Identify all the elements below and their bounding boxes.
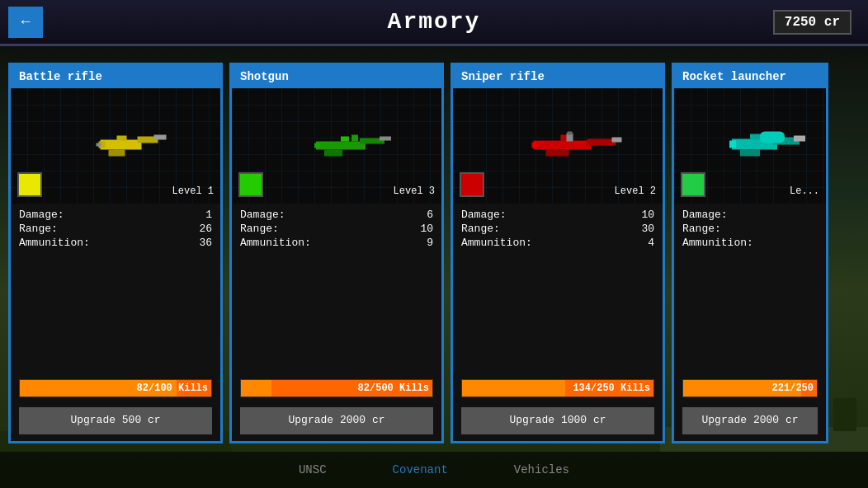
range-value-sniper: 30 <box>641 223 654 235</box>
kills-fill-sniper <box>462 380 565 396</box>
ammo-label-shotgun: Ammunition: <box>240 237 311 249</box>
bottom-nav: UNSC Covenant Vehicles <box>0 452 868 488</box>
damage-row-battle-rifle: Damage: 1 <box>19 209 212 221</box>
damage-label-rocket: Damage: <box>682 209 728 221</box>
upgrade-button-battle-rifle[interactable]: Upgrade 500 cr <box>19 407 212 434</box>
svg-rect-19 <box>97 143 101 147</box>
weapon-level-shotgun: Level 3 <box>394 185 435 197</box>
ammo-value-shotgun: 9 <box>427 237 433 249</box>
weapon-img-battle-rifle <box>92 124 171 165</box>
weapon-card-rocket: Rocket launcher Le... Damage: Ran <box>672 63 828 443</box>
kills-bar-shotgun: 82/500 Kills <box>240 379 433 397</box>
weapon-name-shotgun: Shotgun <box>232 65 441 88</box>
weapon-img-rocket <box>725 124 808 165</box>
svg-rect-32 <box>532 143 539 148</box>
upgrade-button-shotgun[interactable]: Upgrade 2000 cr <box>240 407 433 434</box>
kills-bar-sniper: 134/250 Kills <box>461 379 654 397</box>
svg-rect-24 <box>324 150 342 157</box>
weapon-name-sniper: Sniper rifle <box>453 65 663 88</box>
svg-rect-25 <box>314 143 320 148</box>
ammo-label-sniper: Ammunition: <box>461 237 532 249</box>
kills-text-rocket: 221/250 <box>772 382 814 394</box>
weapon-stats-shotgun: Damage: 6 Range: 10 Ammunition: 9 <box>232 204 441 374</box>
svg-rect-39 <box>740 150 760 157</box>
ammo-value-sniper: 4 <box>648 237 654 249</box>
back-button[interactable]: ← <box>8 7 43 38</box>
page-title: Armory <box>388 9 481 35</box>
weapon-level-sniper: Level 2 <box>615 185 656 197</box>
ammo-label-rocket: Ammunition: <box>682 237 753 249</box>
svg-rect-27 <box>351 135 358 142</box>
damage-row-shotgun: Damage: 6 <box>240 209 433 221</box>
range-row-sniper: Range: 30 <box>461 223 654 235</box>
svg-rect-14 <box>101 140 142 150</box>
weapon-color-battle-rifle <box>17 172 42 197</box>
weapon-level-rocket: Le... <box>790 185 819 197</box>
kills-text-sniper: 134/250 Kills <box>573 382 650 394</box>
svg-rect-31 <box>546 150 569 157</box>
svg-rect-16 <box>154 135 167 140</box>
weapon-card-sniper: Sniper rifle Level 2 Damage: 10 <box>451 63 665 443</box>
svg-rect-26 <box>341 137 349 142</box>
weapon-level-battle-rifle: Level 1 <box>172 185 214 197</box>
weapon-card-shotgun: Shotgun Level 3 Damage: 6 Range: 10 <box>229 63 444 443</box>
ammo-row-rocket: Ammunition: <box>682 237 818 249</box>
weapon-preview-rocket: Le... <box>674 88 826 204</box>
kills-fill-shotgun <box>241 380 271 396</box>
svg-rect-38 <box>794 136 805 142</box>
svg-rect-35 <box>568 132 573 135</box>
credits-display: 7250 cr <box>773 10 851 35</box>
weapon-color-sniper <box>460 172 484 197</box>
damage-row-sniper: Damage: 10 <box>461 209 654 221</box>
ammo-row-shotgun: Ammunition: 9 <box>240 237 433 249</box>
range-label-sniper: Range: <box>461 223 500 235</box>
svg-rect-20 <box>117 136 127 141</box>
ammo-label: Ammunition: <box>19 237 90 249</box>
nav-item-unsc[interactable]: UNSC <box>299 463 327 476</box>
damage-value-sniper: 10 <box>641 209 654 221</box>
svg-rect-30 <box>612 138 622 143</box>
range-row-rocket: Range: <box>682 223 818 235</box>
weapon-name-battle-rifle: Battle rifle <box>11 65 220 88</box>
weapon-preview-shotgun: Level 3 <box>232 88 441 204</box>
range-label-rocket: Range: <box>682 223 721 235</box>
kills-text-shotgun: 82/500 Kills <box>358 382 429 394</box>
weapon-stats-sniper: Damage: 10 Range: 30 Ammunition: 4 <box>453 204 663 374</box>
nav-item-covenant[interactable]: Covenant <box>393 463 448 476</box>
svg-rect-17 <box>109 150 125 157</box>
weapon-preview-battle-rifle: Level 1 <box>11 88 220 204</box>
weapon-card-battle-rifle: Battle rifle Level 1 Damage: 1 Range: <box>8 63 223 443</box>
weapon-color-rocket <box>681 172 705 197</box>
nav-item-vehicles[interactable]: Vehicles <box>514 463 569 476</box>
weapon-stats-battle-rifle: Damage: 1 Range: 26 Ammunition: 36 <box>11 204 220 374</box>
damage-row-rocket: Damage: <box>682 209 818 221</box>
weapon-img-sniper <box>530 124 625 165</box>
header: ← Armory 7250 cr <box>0 0 868 46</box>
damage-value-shotgun: 6 <box>427 209 433 221</box>
damage-value-battle-rifle: 1 <box>205 209 212 221</box>
svg-rect-42 <box>760 132 785 143</box>
damage-label: Damage: <box>19 209 64 221</box>
svg-rect-23 <box>380 137 391 141</box>
kills-bar-battle-rifle: 82/100 Kills <box>19 379 212 397</box>
upgrade-button-sniper[interactable]: Upgrade 1000 cr <box>461 407 654 434</box>
weapon-name-rocket: Rocket launcher <box>674 65 826 88</box>
svg-rect-28 <box>534 141 592 150</box>
svg-rect-40 <box>729 141 736 148</box>
range-row-battle-rifle: Range: 26 <box>19 223 212 235</box>
range-value-shotgun: 10 <box>420 223 433 235</box>
svg-rect-21 <box>316 142 366 150</box>
kills-text-battle-rifle: 82/100 Kills <box>137 382 208 394</box>
ammo-row-battle-rifle: Ammunition: 36 <box>19 237 212 249</box>
weapon-preview-sniper: Level 2 <box>453 88 663 204</box>
damage-label-shotgun: Damage: <box>240 209 285 221</box>
kills-bar-rocket: 221/250 <box>682 379 818 397</box>
range-label-shotgun: Range: <box>240 223 279 235</box>
weapon-color-shotgun <box>238 172 263 197</box>
svg-rect-29 <box>587 139 616 146</box>
weapons-grid: Battle rifle Level 1 Damage: 1 Range: <box>0 46 868 452</box>
range-row-shotgun: Range: 10 <box>240 223 433 235</box>
range-value-battle-rifle: 26 <box>199 223 212 235</box>
range-label: Range: <box>19 223 58 235</box>
upgrade-button-rocket[interactable]: Upgrade 2000 cr <box>682 407 818 434</box>
